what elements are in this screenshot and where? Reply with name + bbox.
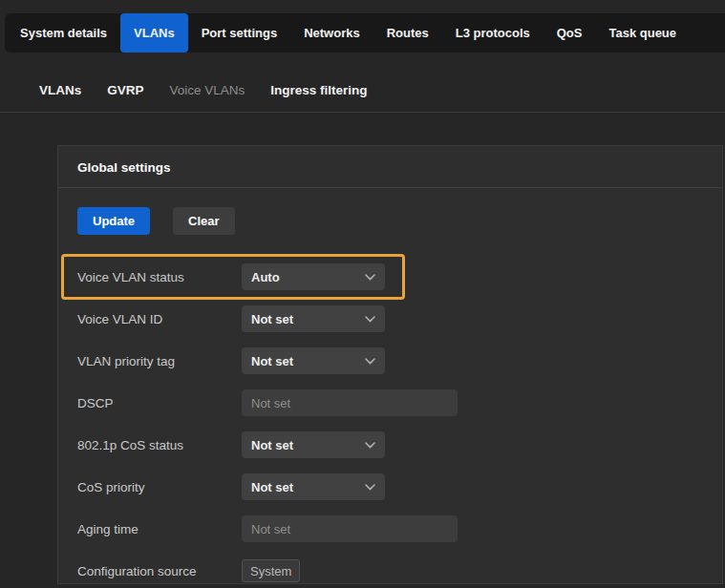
tab-task-queue[interactable]: Task queue: [595, 13, 690, 52]
subtab-ingress-filtering[interactable]: Ingress filtering: [270, 83, 367, 97]
form-row-voice-vlan-status: Voice VLAN status Auto: [77, 263, 703, 290]
voice-vlan-status-label: Voice VLAN status: [77, 270, 242, 284]
form-row-vlan-priority-tag: VLAN priority tag Not set: [77, 347, 703, 374]
form-row-cos-priority: CoS priority Not set: [77, 473, 703, 500]
tab-system-details[interactable]: System details: [7, 13, 120, 52]
panel-title: Global settings: [58, 146, 722, 188]
top-nav: System details VLANs Port settings Netwo…: [5, 13, 725, 52]
vlan-priority-tag-select[interactable]: Not set: [242, 347, 385, 374]
chevron-down-icon: [365, 274, 375, 281]
select-value: Not set: [251, 354, 293, 368]
subtab-gvrp[interactable]: GVRP: [107, 83, 143, 97]
chevron-down-icon: [365, 316, 375, 323]
vlan-priority-tag-label: VLAN priority tag: [77, 354, 242, 368]
voice-vlan-id-label: Voice VLAN ID: [77, 312, 242, 326]
cos-status-select[interactable]: Not set: [242, 431, 385, 458]
voice-vlan-status-select[interactable]: Auto: [242, 263, 385, 290]
aging-time-input[interactable]: [242, 515, 458, 542]
tab-networks[interactable]: Networks: [290, 13, 373, 52]
chevron-down-icon: [365, 484, 375, 491]
tab-routes[interactable]: Routes: [373, 13, 442, 52]
form-row-cos-status: 802.1p CoS status Not set: [77, 431, 703, 458]
clear-button[interactable]: Clear: [173, 207, 235, 235]
configuration-source-badge: System: [242, 559, 300, 582]
cos-status-label: 802.1p CoS status: [77, 438, 242, 452]
cos-priority-label: CoS priority: [77, 480, 242, 494]
panel-body: Update Clear Voice VLAN status Auto Voic…: [58, 188, 722, 588]
chevron-down-icon: [365, 358, 375, 365]
select-value: Not set: [251, 312, 293, 326]
form-row-voice-vlan-id: Voice VLAN ID Not set: [77, 305, 703, 332]
subtab-voice-vlans[interactable]: Voice VLANs: [170, 83, 245, 97]
update-button[interactable]: Update: [77, 207, 150, 235]
select-value: Not set: [251, 438, 293, 452]
voice-vlan-id-select[interactable]: Not set: [242, 305, 385, 332]
form-row-aging-time: Aging time: [77, 515, 703, 542]
subtab-vlans[interactable]: VLANs: [39, 83, 81, 97]
cos-priority-select[interactable]: Not set: [242, 473, 385, 500]
chevron-down-icon: [365, 442, 375, 449]
dscp-label: DSCP: [77, 396, 242, 410]
select-value: Not set: [251, 480, 293, 494]
button-row: Update Clear: [77, 207, 703, 235]
divider: [0, 112, 725, 113]
form-row-configuration-source: Configuration source System: [77, 557, 703, 584]
tab-port-settings[interactable]: Port settings: [188, 13, 290, 52]
select-value: Auto: [251, 270, 280, 284]
form-row-dscp: DSCP: [77, 389, 703, 416]
aging-time-label: Aging time: [77, 522, 242, 536]
global-settings-panel: Global settings Update Clear Voice VLAN …: [57, 145, 723, 584]
configuration-source-label: Configuration source: [77, 564, 242, 578]
tab-l3-protocols[interactable]: L3 protocols: [442, 13, 544, 52]
tab-qos[interactable]: QoS: [544, 13, 596, 52]
sub-nav: VLANs GVRP Voice VLANs Ingress filtering: [39, 83, 368, 97]
dscp-input[interactable]: [242, 389, 458, 416]
tab-vlans[interactable]: VLANs: [120, 13, 188, 52]
